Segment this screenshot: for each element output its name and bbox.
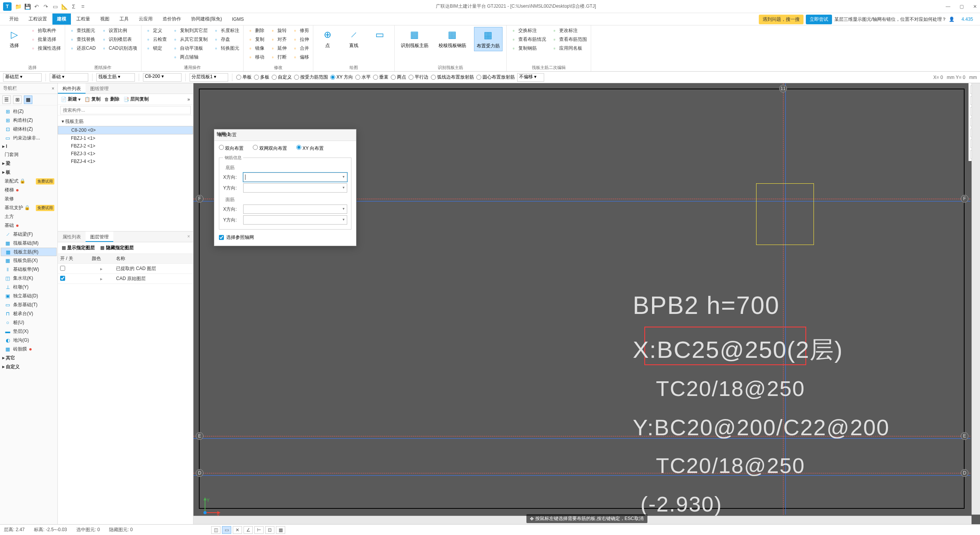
ribbon-item[interactable]: ▫镜像 — [247, 45, 264, 52]
ribbon-item[interactable]: ▫打断 — [270, 54, 287, 61]
ribbon-item[interactable]: ▫CAD识别选项 — [101, 45, 137, 52]
component-group[interactable]: ▾ 筏板主筋 — [58, 117, 193, 126]
tool-6-icon[interactable]: ⊡ — [265, 526, 274, 534]
ribbon-item[interactable]: ▫复制钢筋 — [511, 45, 546, 52]
draw-tool[interactable]: ▭ — [370, 27, 390, 50]
ribbon-item[interactable]: ▫还原CAD — [69, 45, 96, 52]
hide-layer-button[interactable]: ▦ 隐藏指定图层 — [100, 245, 133, 251]
tool-1-icon[interactable]: ◫ — [211, 526, 220, 534]
combo-top-x[interactable] — [243, 205, 347, 214]
draw-tool[interactable]: ⟋直线 — [343, 27, 364, 50]
tool-3-icon[interactable]: ✕ — [233, 526, 242, 534]
filter-radio-9[interactable]: 弧线边布置放射筋 — [431, 74, 474, 81]
tool-2-icon[interactable]: ▭ — [222, 526, 231, 534]
color-swatch[interactable]: ▸ — [89, 274, 114, 284]
menu-6[interactable]: 云应用 — [134, 13, 157, 25]
scrollbar-vertical[interactable] — [972, 83, 980, 515]
component-item[interactable]: FBZJ-4 <1> — [58, 158, 193, 165]
nav-item[interactable]: ▸ l — [1, 143, 57, 150]
close-panel-icon[interactable]: × — [52, 86, 54, 91]
qat-more-icon[interactable]: = — [79, 3, 86, 10]
tab-component-list[interactable]: 构件列表 — [58, 83, 86, 94]
ribbon-item[interactable]: ▫旋转 — [270, 27, 287, 34]
nav-item[interactable]: ▣独立基础(D) — [1, 292, 57, 300]
ribbon-item[interactable]: ▫查找图元 — [69, 27, 96, 34]
ribbon-item[interactable]: ▫按属性选择 — [30, 45, 61, 52]
tool-5-icon[interactable]: ⊢ — [254, 526, 264, 534]
tool-7-icon[interactable]: ▦ — [276, 526, 285, 534]
user-icon[interactable]: 👤 — [949, 17, 955, 22]
help-try-button[interactable]: 立即尝试 — [806, 15, 832, 24]
qat-zoomfit-icon[interactable]: ▭ — [52, 3, 59, 10]
new-button[interactable]: 📄 新建 ▾ — [61, 96, 81, 102]
nav-item[interactable]: ▭约束边缘非... — [1, 134, 57, 143]
nav-item[interactable]: ⊞构造柱(Z) — [1, 116, 57, 125]
menu-7[interactable]: 造价协作 — [158, 13, 186, 25]
filter-sel1[interactable]: 基础层 ▾ — [3, 73, 42, 82]
ribbon-item[interactable]: ▫自动平顶板 — [172, 45, 208, 52]
dialog-title[interactable]: 智能布置 — [214, 129, 356, 141]
axis-select[interactable]: 轴网-1 — [259, 233, 351, 242]
select-button[interactable]: ▷选择 — [4, 27, 25, 52]
layer-toggle[interactable] — [60, 266, 65, 271]
toolbar-more-icon[interactable]: » — [187, 97, 190, 102]
ribbon-item[interactable]: ▫更改标注 — [551, 27, 587, 34]
component-item[interactable]: FBZJ-1 <1> — [58, 134, 193, 142]
nav-item[interactable]: ▸ 板 — [1, 168, 57, 177]
show-layer-button[interactable]: ▦ 显示指定图层 — [62, 245, 95, 251]
copy-button[interactable]: 📋 复制 — [84, 96, 101, 102]
nav-item[interactable]: ▸ 梁 — [1, 159, 57, 168]
ribbon-item[interactable]: ▫查看布筋情况 — [511, 36, 546, 43]
ribbon-item[interactable]: ▫设置比例 — [101, 27, 137, 34]
component-item[interactable]: C8-200 <0> — [58, 126, 193, 134]
ribbon-item[interactable]: ▫移动 — [247, 54, 264, 61]
qat-open-icon[interactable]: 📁 — [15, 3, 22, 10]
rebar-tool[interactable]: ▦布置受力筋 — [474, 27, 503, 51]
nav-item[interactable]: 基坑支护 🔒免费试用 — [1, 203, 57, 212]
close-prop-icon[interactable]: × — [184, 231, 193, 242]
nav-item[interactable]: ⟋基础梁(F) — [1, 230, 57, 239]
ribbon-item[interactable]: ▫查找替换 — [69, 36, 96, 43]
nav-item[interactable]: ○桩(U) — [1, 318, 57, 327]
ribbon-item[interactable]: ▫两点辅轴 — [172, 54, 208, 61]
layer-toggle[interactable] — [60, 276, 65, 281]
help-search-button[interactable]: 遇到问题，搜一搜 — [759, 15, 803, 24]
menu-5[interactable]: 工具 — [115, 13, 133, 25]
filter-radio-4[interactable]: XY 方向 — [330, 74, 353, 81]
mode-grid-icon[interactable]: ▦ — [24, 96, 32, 104]
ribbon-item[interactable]: ▫拾取构件 — [30, 27, 61, 34]
filter-sel5[interactable]: 分层筏板1 ▾ — [190, 73, 228, 82]
layer-row[interactable]: ▸ 已提取的 CAD 图层 — [58, 264, 193, 274]
qat-redo-icon[interactable]: ↷ — [42, 3, 49, 10]
ribbon-item[interactable]: ▫定义 — [145, 27, 167, 34]
nav-item[interactable]: 土方 — [1, 212, 57, 221]
maximize-icon[interactable]: ▢ — [960, 4, 964, 9]
ribbon-item[interactable]: ▫长度标注 — [213, 27, 239, 34]
ribbon-item[interactable]: ▫云检查 — [145, 36, 167, 43]
menu-1[interactable]: 工程设置 — [24, 13, 52, 25]
draw-tool[interactable]: ⊕点 — [317, 27, 338, 50]
filter-radio-6[interactable]: 垂直 — [373, 74, 388, 81]
radio-double-net[interactable]: 双网双向布置 — [253, 145, 287, 152]
nav-item[interactable]: ◫集水坑(K) — [1, 274, 57, 283]
filter-radio-7[interactable]: 两点 — [391, 74, 406, 81]
nav-item[interactable]: ⫴基础板带(W) — [1, 265, 57, 274]
filter-sel3[interactable]: 筏板主筋 ▾ — [96, 73, 135, 82]
nav-item[interactable]: ⊡砌体柱(Z) — [1, 125, 57, 134]
nav-item[interactable]: ▸ 其它 — [1, 354, 57, 362]
ribbon-item[interactable]: ▫修剪 — [292, 27, 309, 34]
search-input[interactable] — [60, 106, 191, 114]
radio-two-way[interactable]: 双向布置 — [219, 145, 244, 152]
filter-radio-10[interactable]: 圆心布置放射筋 — [476, 74, 515, 81]
nav-item[interactable]: ⊞柱(Z) — [1, 107, 57, 116]
nav-item[interactable]: ▦砖胎膜 — [1, 345, 57, 354]
nav-item[interactable]: ▸ 自定义 — [1, 362, 57, 371]
nav-item[interactable]: ◐地沟(G) — [1, 336, 57, 345]
ribbon-item[interactable]: ▫延伸 — [270, 45, 287, 52]
nav-item[interactable]: 装修 — [1, 195, 57, 203]
radio-xy[interactable]: XY 向布置 — [296, 145, 324, 152]
nav-item[interactable]: ⊓桩承台(V) — [1, 309, 57, 318]
rebar-tool[interactable]: ▦识别筏板主筋 — [398, 27, 431, 51]
ribbon-item[interactable]: ▫存盘 — [213, 36, 239, 43]
combo-bottom-y[interactable] — [243, 183, 347, 193]
